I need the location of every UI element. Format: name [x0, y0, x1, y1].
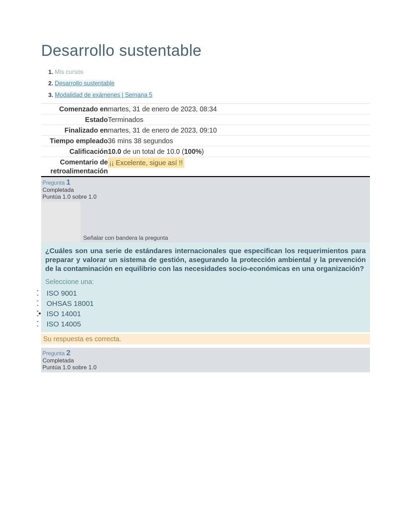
- option-label: ISO 9001: [47, 289, 77, 297]
- radio-icon[interactable]: [37, 321, 45, 327]
- option-row[interactable]: ISO 9001: [45, 289, 366, 297]
- radio-icon[interactable]: [37, 290, 45, 296]
- option-row[interactable]: ISO 14005: [45, 320, 366, 328]
- option-row[interactable]: ISO 14001: [45, 310, 366, 318]
- question-number: 1: [66, 178, 70, 186]
- grade-tail: ): [202, 148, 204, 155]
- flag-block: [41, 202, 80, 242]
- feedback-value: ¡¡ Excelente, sigue así !!: [108, 158, 184, 168]
- breadcrumb-text: Modalidad de exámenes | Semana 5: [55, 91, 152, 98]
- select-one-label: Seleccione una:: [45, 278, 366, 286]
- option-row[interactable]: OHSAS 18001: [45, 299, 366, 308]
- question-number-label: Pregunta: [42, 350, 66, 356]
- question-number: 2: [66, 348, 70, 357]
- question-status: Completada: [42, 357, 369, 364]
- svg-point-0: [39, 312, 41, 314]
- state-label: Estado: [41, 114, 108, 125]
- flag-area: Señalar con bandera la pregunta: [41, 202, 370, 242]
- breadcrumb-text: Mis cursos: [55, 69, 84, 75]
- grade-percent: 100%: [184, 148, 201, 155]
- question-points: Puntúa 1.0 sobre 1.0: [42, 364, 369, 371]
- breadcrumb-item[interactable]: Mis cursos: [55, 66, 370, 78]
- radio-icon[interactable]: [37, 300, 45, 307]
- question-text: ¿Cuáles son una serie de estándares inte…: [45, 246, 366, 273]
- option-label: OHSAS 18001: [47, 299, 94, 308]
- grade-score: 10.0: [108, 148, 121, 155]
- time-taken-label: Tiempo empleado: [41, 136, 108, 146]
- question-body: ¿Cuáles son una serie de estándares inte…: [41, 242, 370, 333]
- flag-question-link[interactable]: Señalar con bandera la pregunta: [83, 235, 370, 242]
- finished-on-label: Finalizado en: [41, 125, 108, 135]
- state-value: Terminados: [108, 114, 370, 125]
- radio-icon-selected[interactable]: [37, 311, 45, 317]
- option-label: ISO 14005: [47, 320, 81, 328]
- answer-feedback: Su respuesta es correcta.: [41, 334, 370, 344]
- options-list: ISO 9001 OHSAS 18001 ISO 14001 ISO 14005: [45, 289, 366, 328]
- question-header: Pregunta 1 Completada Puntúa 1.0 sobre 1…: [41, 177, 370, 202]
- grade-label: Calificación: [41, 146, 108, 157]
- page-title: Desarrollo sustentable: [41, 41, 370, 60]
- question-status: Completada: [42, 187, 369, 194]
- option-label: ISO 14001: [47, 310, 81, 318]
- question-points: Puntúa 1.0 sobre 1.0: [42, 194, 369, 200]
- question-number-label: Pregunta: [42, 180, 66, 186]
- feedback-value-wrap: ¡¡ Excelente, sigue así !!: [108, 157, 370, 169]
- breadcrumb-item[interactable]: Desarrollo sustentable: [55, 78, 370, 89]
- summary-table: Comenzado en martes, 31 de enero de 2023…: [41, 103, 370, 177]
- breadcrumb-item[interactable]: Modalidad de exámenes | Semana 5: [55, 89, 370, 101]
- feedback-label: Comentario de retroalimentación: [41, 157, 108, 176]
- finished-on-value: martes, 31 de enero de 2023, 09:10: [108, 125, 370, 135]
- breadcrumb-text: Desarrollo sustentable: [55, 80, 114, 87]
- grade-value: 10.0 de un total de 10.0 (100%): [108, 146, 370, 157]
- started-on-value: martes, 31 de enero de 2023, 08:34: [108, 104, 370, 114]
- grade-mid: de un total de 10.0 (: [121, 148, 184, 155]
- time-taken-value: 36 mins 38 segundos: [108, 136, 370, 146]
- question-header: Pregunta 2 Completada Puntúa 1.0 sobre 1…: [41, 348, 370, 372]
- started-on-label: Comenzado en: [41, 104, 108, 114]
- breadcrumb: Mis cursos Desarrollo sustentable Modali…: [55, 66, 370, 101]
